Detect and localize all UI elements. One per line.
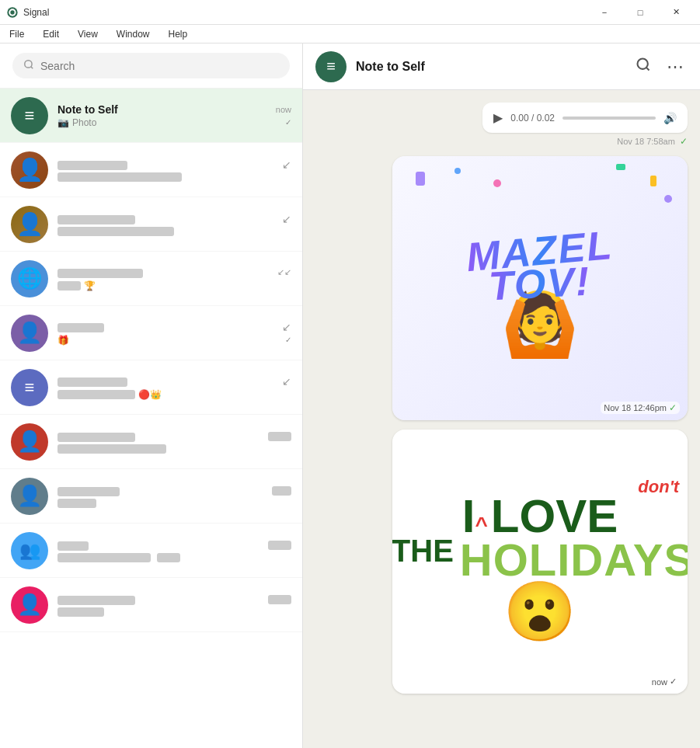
search-messages-button[interactable] <box>632 54 654 80</box>
conv-time: now <box>276 105 291 114</box>
conv-preview-10: xx <box>57 607 291 617</box>
chat-panel: ≡ Note to Self ⋯ ▶ <box>303 43 700 748</box>
conv-preview-8: xx <box>57 499 291 508</box>
main-layout: ≡ Note to Self now 📷 Photo ✓ <box>0 43 700 748</box>
conv-name-9: xx <box>57 539 89 551</box>
svg-point-2 <box>10 10 14 14</box>
conv-name-8: hidden <box>57 485 120 497</box>
chat-header-avatar: ≡ <box>315 51 347 82</box>
avatar-4: 🌐 <box>11 260 48 297</box>
conv-time-5: ↙ <box>282 321 291 333</box>
conv-time-2: ↙ <box>282 158 291 171</box>
conv-time-10: xx <box>268 594 291 604</box>
app-title: Signal <box>23 7 49 18</box>
conv-name-7: hidden <box>57 430 135 443</box>
conv-time-6: ↙ <box>282 375 291 388</box>
conv-time-3: ↙ <box>282 213 291 225</box>
window-controls: − □ ✕ <box>587 0 694 25</box>
chat-header: ≡ Note to Self ⋯ <box>303 43 700 90</box>
conv-info-6: hidden ↙ hidden 🔴👑 <box>57 375 291 400</box>
avatar-9: 👥 <box>11 532 48 569</box>
sticker-mazeltov: MAZEL TOV! 🙆 Nov 18 12:46pm ✓ <box>392 156 688 420</box>
holidays-background: don't I ^ LOVE THE HOLIDAYS <box>392 430 688 694</box>
minimize-button[interactable]: − <box>587 0 622 25</box>
more-options-button[interactable]: ⋯ <box>663 54 688 80</box>
svg-line-4 <box>31 67 33 69</box>
conv-info-4: hidden ↙↙ x 🏆 <box>57 266 291 291</box>
check-icon-holidays: ✓ <box>670 677 677 687</box>
maximize-button[interactable]: □ <box>622 0 658 25</box>
confetti-5 <box>650 176 656 186</box>
sticker-holidays: don't I ^ LOVE THE HOLIDAYS <box>392 430 688 694</box>
dont-text: don't <box>638 477 679 497</box>
svg-point-5 <box>638 59 648 69</box>
conv-preview-7: hidden text <box>57 444 291 454</box>
camera-icon: 📷 <box>57 117 69 128</box>
conv-name-2: hidden <box>57 158 127 171</box>
read-check: ✓ <box>285 336 291 344</box>
conv-preview-6: hidden 🔴👑 <box>57 389 291 400</box>
conversation-item-note-to-self[interactable]: ≡ Note to Self now 📷 Photo ✓ <box>0 89 302 143</box>
sticker-mazeltov-timestamp: Nov 18 12:46pm ✓ <box>601 402 680 414</box>
conversation-item-10[interactable]: 👤 hidden xx xx <box>0 578 302 632</box>
conversation-item-3[interactable]: 👤 hidden ↙ hidden <box>0 197 302 252</box>
audio-progress-bar[interactable] <box>562 117 656 120</box>
conv-info-7: hidden xx hidden text <box>57 430 291 454</box>
chat-messages: ▶ 0.00 / 0.02 🔊 Nov 18 7:58am ✓ <box>303 90 700 748</box>
search-input[interactable] <box>40 60 279 72</box>
title-bar-left: Signal <box>6 6 49 19</box>
svg-line-6 <box>646 68 650 71</box>
menu-edit[interactable]: Edit <box>40 27 62 41</box>
confetti-6 <box>664 195 672 203</box>
avatar-2: 👤 <box>11 151 48 189</box>
read-check-icon: ✓ <box>680 136 688 147</box>
confetti-1 <box>416 172 425 186</box>
conversation-item-6[interactable]: ≡ hidden ↙ hidden 🔴👑 <box>0 360 302 415</box>
signal-logo-icon <box>6 6 19 19</box>
conv-info-note-to-self: Note to Self now 📷 Photo ✓ <box>57 103 291 128</box>
conversation-item-9[interactable]: 👥 xx xx hidden text xx <box>0 524 302 578</box>
conv-name: Note to Self <box>57 103 118 116</box>
i-text: I <box>462 493 475 540</box>
bitmoji-holidays: 😮 <box>503 578 576 646</box>
close-button[interactable]: ✕ <box>658 0 694 25</box>
avatar-8: 👤 <box>11 478 48 515</box>
confetti-2 <box>454 168 461 174</box>
avatar-6: ≡ <box>11 369 48 406</box>
menu-file[interactable]: File <box>6 27 27 41</box>
love-text: LOVE <box>491 493 618 540</box>
conversation-item-2[interactable]: 👤 hidden ↙ hidden <box>0 143 302 197</box>
conversation-item-8[interactable]: 👤 hidden xx xx <box>0 469 302 524</box>
title-bar: Signal − □ ✕ <box>0 0 700 25</box>
avatar-7: 👤 <box>11 423 48 461</box>
conv-preview-3: hidden <box>57 227 291 236</box>
conv-preview-4: x 🏆 <box>57 280 291 291</box>
conv-name-6: hidden <box>57 375 127 388</box>
search-box[interactable] <box>12 53 290 78</box>
search-icon <box>23 59 34 72</box>
sticker-holidays-timestamp: now ✓ <box>649 676 680 687</box>
menu-window[interactable]: Window <box>113 27 153 41</box>
mazeltov-background: MAZEL TOV! 🙆 Nov 18 12:46pm ✓ <box>392 156 688 420</box>
check-icon: ✓ <box>285 118 291 127</box>
conversation-item-5[interactable]: 👤 hidden ↙ 🎁 ✓ <box>0 306 302 360</box>
conv-info-9: xx xx hidden text xx <box>57 539 291 562</box>
audio-volume-icon[interactable]: 🔊 <box>663 112 677 124</box>
menu-view[interactable]: View <box>75 27 101 41</box>
search-area <box>0 43 302 89</box>
play-button[interactable]: ▶ <box>493 110 503 125</box>
conv-name-3: hidden <box>57 213 135 225</box>
conv-name-10: hidden <box>57 593 135 606</box>
audio-message: ▶ 0.00 / 0.02 🔊 <box>482 103 688 133</box>
avatar-5: 👤 <box>11 315 48 352</box>
menu-help[interactable]: Help <box>165 27 191 41</box>
message-sticker-holidays: don't I ^ LOVE THE HOLIDAYS <box>315 430 688 694</box>
conversation-item-4[interactable]: 🌐 hidden ↙↙ x 🏆 <box>0 252 302 306</box>
conv-info-5: hidden ↙ 🎁 ✓ <box>57 321 291 346</box>
conversation-item-7[interactable]: 👤 hidden xx hidden text <box>0 415 302 469</box>
sidebar: ≡ Note to Self now 📷 Photo ✓ <box>0 43 303 748</box>
check-double-icon: ✓ <box>669 402 677 413</box>
message-audio: ▶ 0.00 / 0.02 🔊 Nov 18 7:58am ✓ <box>315 103 688 147</box>
avatar-3: 👤 <box>11 206 48 243</box>
conv-name-5: hidden <box>57 321 104 333</box>
